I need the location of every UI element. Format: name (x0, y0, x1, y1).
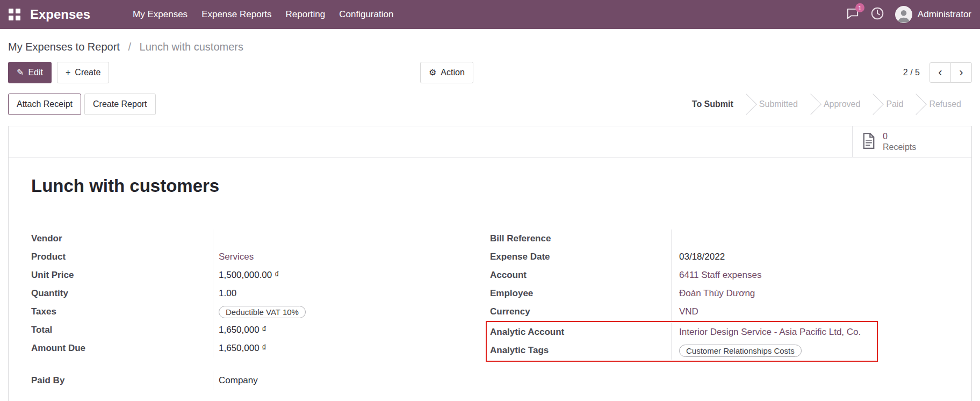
pencil-icon: ✎ (17, 68, 24, 77)
plus-icon: + (66, 68, 70, 77)
expense-title: Lunch with customers (31, 176, 971, 196)
field-label-currency: Currency (490, 306, 671, 317)
field-label-account: Account (490, 270, 671, 281)
field-value-product[interactable]: Services (213, 248, 461, 266)
main-menu: My Expenses Expense Reports Reporting Co… (126, 0, 400, 29)
field-value-quantity: 1.00 (213, 284, 461, 303)
field-label-vendor: Vendor (31, 233, 213, 244)
statusbar: To Submit Submitted Approved Paid Refuse… (681, 92, 972, 116)
field-row-currency: Currency VND (490, 303, 889, 321)
receipt-document-icon (862, 133, 875, 151)
person-icon (896, 7, 912, 23)
field-row-total: Total 1,650,000 ₫ (31, 321, 461, 339)
pager: 2 / 5 ‹ › (903, 62, 972, 83)
chevron-right-icon: › (959, 66, 963, 79)
receipts-label: Receipts (883, 142, 916, 153)
field-row-expense-date: Expense Date 03/18/2022 (490, 248, 889, 266)
messages-button[interactable]: 1 (846, 6, 860, 23)
field-value-bill-reference (671, 230, 889, 248)
workflow-bar: Attach Receipt Create Report To Submit S… (0, 92, 980, 116)
field-value-unit-price: 1,500,000.00 ₫ (213, 266, 461, 284)
field-label-analytic-account: Analytic Account (490, 327, 671, 338)
attach-receipt-button[interactable]: Attach Receipt (8, 94, 81, 115)
pager-value: 2 / 5 (903, 68, 920, 77)
top-navbar: Expenses My Expenses Expense Reports Rep… (0, 0, 980, 29)
field-label-paid-by: Paid By (31, 375, 213, 386)
form-sheet: 0 Receipts Lunch with customers Vendor P… (8, 126, 972, 401)
create-button[interactable]: + Create (57, 62, 109, 83)
annotation-highlight-box: Analytic Account Interior Design Service… (486, 321, 878, 362)
sheet-button-box: 0 Receipts (9, 126, 971, 157)
messages-count-badge: 1 (855, 3, 864, 12)
breadcrumb-parent-link[interactable]: My Expenses to Report (8, 41, 120, 53)
create-report-button[interactable]: Create Report (84, 94, 156, 115)
field-label-employee: Employee (490, 288, 671, 299)
analytic-tag: Customer Relationships Costs (679, 345, 802, 357)
field-label-expense-date: Expense Date (490, 252, 671, 262)
field-value-vendor (213, 230, 461, 248)
statusbar-arrow-separator-icon (863, 94, 884, 115)
field-row-product: Product Services (31, 248, 461, 266)
field-group-right: Bill Reference Expense Date 03/18/2022 A… (490, 230, 889, 390)
field-groups: Vendor Product Services Unit Price 1,500… (9, 230, 971, 401)
field-row-taxes: Taxes Deductible VAT 10% (31, 303, 461, 321)
field-value-employee[interactable]: Đoàn Thùy Dương (671, 284, 889, 303)
field-label-quantity: Quantity (31, 288, 213, 299)
statusbar-arrow-separator-icon (906, 94, 927, 115)
status-step-to-submit[interactable]: To Submit (681, 99, 744, 109)
field-row-amount-due: Amount Due 1,650,000 ₫ (31, 339, 461, 357)
field-value-account[interactable]: 6411 Staff expenses (671, 266, 889, 284)
chevron-left-icon: ‹ (938, 66, 942, 79)
receipts-stat-button[interactable]: 0 Receipts (852, 126, 971, 157)
user-avatar (895, 6, 912, 23)
create-button-label: Create (75, 68, 100, 77)
apps-menu-icon[interactable] (9, 9, 20, 20)
field-label-unit-price: Unit Price (31, 270, 213, 281)
gear-icon: ⚙ (429, 68, 436, 77)
field-value-amount-due: 1,650,000 ₫ (213, 339, 461, 357)
clock-icon (870, 6, 884, 23)
breadcrumb-separator: / (128, 41, 131, 53)
field-row-account: Account 6411 Staff expenses (490, 266, 889, 284)
menu-item-my-expenses[interactable]: My Expenses (126, 9, 194, 20)
action-button-label: Action (441, 68, 464, 77)
tax-tag: Deductible VAT 10% (219, 306, 306, 318)
edit-button-label: Edit (28, 68, 43, 77)
menu-item-expense-reports[interactable]: Expense Reports (194, 9, 278, 20)
pager-next-button[interactable]: › (950, 62, 972, 83)
field-value-currency[interactable]: VND (671, 303, 889, 321)
field-row-analytic-tags: Analytic Tags Customer Relationships Cos… (490, 341, 877, 360)
expenses-form-page: Expenses My Expenses Expense Reports Rep… (0, 0, 980, 401)
pager-previous-button[interactable]: ‹ (929, 62, 951, 83)
breadcrumb: My Expenses to Report / Lunch with custo… (0, 29, 980, 58)
field-value-analytic-tags: Customer Relationships Costs (671, 341, 877, 360)
field-value-taxes: Deductible VAT 10% (213, 303, 461, 321)
action-button[interactable]: ⚙ Action (420, 62, 473, 83)
field-label-amount-due: Amount Due (31, 343, 213, 354)
activities-button[interactable] (870, 6, 884, 23)
field-row-vendor: Vendor (31, 230, 461, 248)
field-label-analytic-tags: Analytic Tags (490, 345, 671, 356)
receipts-stat-text: 0 Receipts (883, 131, 916, 153)
app-title[interactable]: Expenses (30, 7, 90, 22)
statusbar-arrow-separator-icon (736, 94, 757, 115)
control-panel: ✎ Edit + Create ⚙ Action 2 / 5 ‹ › (0, 58, 980, 84)
field-group-left: Vendor Product Services Unit Price 1,500… (31, 230, 461, 390)
menu-item-configuration[interactable]: Configuration (332, 9, 400, 20)
breadcrumb-current: Lunch with customers (140, 41, 243, 53)
edit-button[interactable]: ✎ Edit (8, 62, 52, 83)
field-label-product: Product (31, 252, 213, 262)
field-row-quantity: Quantity 1.00 (31, 284, 461, 303)
receipts-count: 0 (883, 131, 916, 142)
menu-item-reporting[interactable]: Reporting (279, 9, 333, 20)
user-menu[interactable]: Administrator (895, 6, 971, 23)
field-value-total: 1,650,000 ₫ (213, 321, 461, 339)
field-value-analytic-account[interactable]: Interior Design Service - Asia Pacific L… (671, 323, 877, 341)
status-step-submitted[interactable]: Submitted (748, 99, 809, 109)
pager-buttons: ‹ › (929, 62, 972, 83)
field-row-unit-price: Unit Price 1,500,000.00 ₫ (31, 266, 461, 284)
field-row-paid-by: Paid By Company (31, 371, 461, 390)
field-label-total: Total (31, 325, 213, 335)
field-label-taxes: Taxes (31, 306, 213, 317)
field-label-bill-reference: Bill Reference (490, 233, 671, 244)
